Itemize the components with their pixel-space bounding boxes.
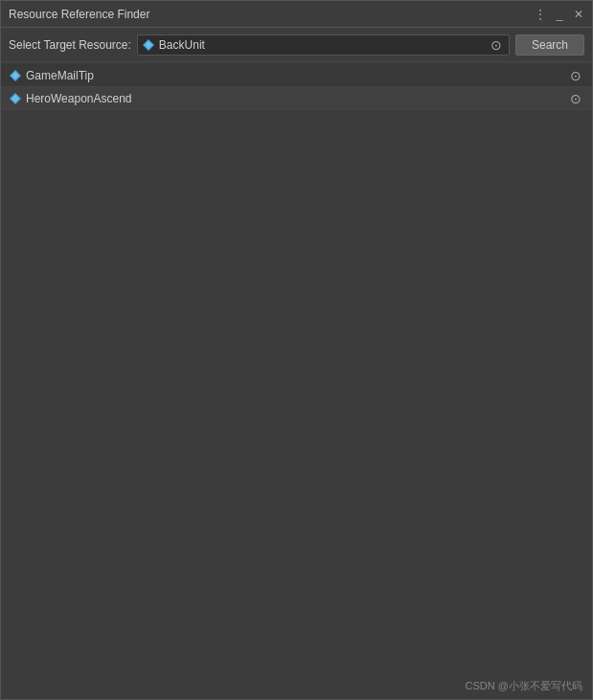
search-button[interactable]: Search xyxy=(515,34,584,56)
result-item-icon xyxy=(9,92,22,105)
result-pick-button[interactable]: ⊙ xyxy=(567,67,584,84)
result-item-label: HeroWeaponAscend xyxy=(26,92,563,105)
minimize-button[interactable]: _ xyxy=(552,7,567,22)
result-item-icon xyxy=(9,69,22,82)
select-target-label: Select Target Resource: xyxy=(9,38,131,52)
resource-name: BackUnit xyxy=(159,38,484,52)
title-bar-controls: ⋮ _ ✕ xyxy=(533,7,586,22)
close-button[interactable]: ✕ xyxy=(571,7,586,22)
footer: CSDN @小张不爱写代码 xyxy=(1,672,592,699)
resource-pick-button[interactable]: ⊙ xyxy=(488,36,505,54)
result-pick-button[interactable]: ⊙ xyxy=(567,90,584,107)
results-area: GameMailTip⊙ HeroWeaponAscend⊙ xyxy=(1,62,592,672)
resource-field[interactable]: BackUnit ⊙ xyxy=(137,34,510,56)
watermark-text: CSDN @小张不爱写代码 xyxy=(466,679,582,693)
window: Resource Reference Finder ⋮ _ ✕ Select T… xyxy=(0,0,593,700)
title-bar-left: Resource Reference Finder xyxy=(9,8,149,21)
resource-icon xyxy=(142,38,155,52)
toolbar: Select Target Resource: BackUnit ⊙ Searc… xyxy=(1,28,592,62)
title-bar: Resource Reference Finder ⋮ _ ✕ xyxy=(1,1,592,28)
result-item-label: GameMailTip xyxy=(26,69,563,82)
result-item[interactable]: GameMailTip⊙ xyxy=(1,64,592,87)
result-item[interactable]: HeroWeaponAscend⊙ xyxy=(1,87,592,110)
window-title: Resource Reference Finder xyxy=(9,8,149,21)
menu-icon-button[interactable]: ⋮ xyxy=(533,7,548,22)
